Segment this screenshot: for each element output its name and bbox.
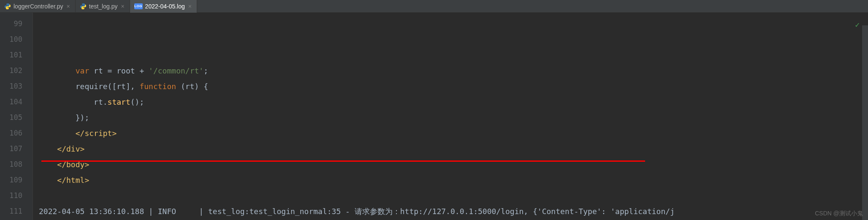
code-line: </div> <box>39 141 868 157</box>
python-icon <box>80 3 87 10</box>
line-gutter: 9910010110210310410510610710810911011111… <box>0 13 33 220</box>
code-line: rt.start(); <box>39 94 868 110</box>
code-line: }); <box>39 110 868 125</box>
line-number: 106 <box>0 125 33 141</box>
code-line: var rt = root + '/common/rt'; <box>39 63 868 79</box>
tab-bar: loggerController.py × test_log.py × LOG … <box>0 0 868 13</box>
line-number: 105 <box>0 110 33 125</box>
tab-logger-controller[interactable]: loggerController.py × <box>0 0 76 13</box>
line-number: 109 <box>0 172 33 188</box>
line-number: 111 <box>0 204 33 219</box>
tab-label: 2022-04-05.log <box>145 3 185 10</box>
tab-label: loggerController.py <box>14 3 63 10</box>
watermark: CSDN @测试小鬼 <box>815 210 863 217</box>
line-number: 108 <box>0 157 33 172</box>
code-line <box>39 188 868 204</box>
code-line: require([rt], function (rt) { <box>39 79 868 94</box>
code-line: </script> <box>39 125 868 141</box>
python-icon <box>4 3 11 10</box>
close-icon[interactable]: × <box>66 3 71 10</box>
tab-test-log[interactable]: test_log.py × <box>76 0 130 13</box>
close-icon[interactable]: × <box>120 3 125 10</box>
analysis-ok-icon[interactable]: ✓ <box>855 17 860 33</box>
code-line: 2022-04-05 13:36:10.188 | INFO | test_lo… <box>39 204 868 219</box>
line-number: 110 <box>0 188 33 204</box>
editor: 9910010110210310410510610710810911011111… <box>0 13 868 220</box>
scrollbar[interactable] <box>862 25 868 220</box>
line-number: 101 <box>0 47 33 63</box>
line-number: 100 <box>0 32 33 47</box>
log-icon: LOG <box>134 3 143 9</box>
red-underline <box>41 160 645 162</box>
code-area[interactable]: var rt = root + '/common/rt'; require([r… <box>33 13 868 220</box>
line-number: 102 <box>0 63 33 79</box>
close-icon[interactable]: × <box>187 3 193 10</box>
line-number: 107 <box>0 141 33 157</box>
line-number: 104 <box>0 94 33 110</box>
tab-log-file[interactable]: LOG 2022-04-05.log × <box>130 0 197 13</box>
tab-label: test_log.py <box>89 3 118 10</box>
line-number: 99 <box>0 16 33 32</box>
code-line: </body> <box>39 157 868 172</box>
line-number: 103 <box>0 79 33 94</box>
code-line <box>39 47 868 63</box>
code-line: </html> <box>39 172 868 188</box>
